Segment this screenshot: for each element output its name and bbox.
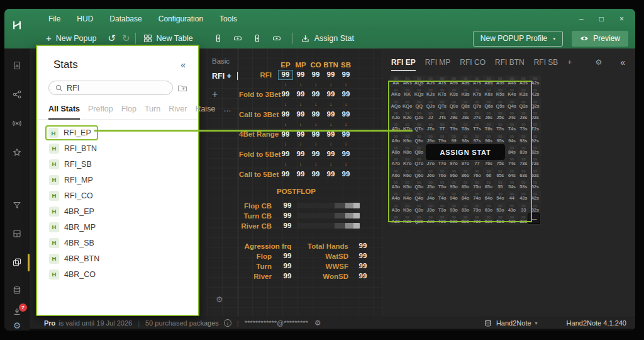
hand-cell-ato[interactable]: 99ATo	[390, 122, 401, 133]
hand-cell-q6o[interactable]: 99Q6o	[413, 167, 425, 179]
hand-cell-j9o[interactable]: 99J9o	[425, 133, 436, 145]
hand-cell-ako[interactable]: 99AKo	[390, 87, 401, 98]
stat-list-item-rfi-sb[interactable]: HRFI_SB	[47, 156, 97, 172]
hand-cell-a5o[interactable]: 99A5o	[390, 179, 401, 191]
hand-cell-j5s[interactable]: 99J5s	[494, 110, 506, 122]
hand-cell-ats[interactable]: 99ATs	[436, 76, 448, 87]
menu-item-file[interactable]: File	[48, 14, 60, 23]
hand-cell-q5s[interactable]: 99Q5s	[494, 99, 506, 110]
preview-tab-rfi-sb[interactable]: RFI SB	[534, 58, 558, 70]
hand-cell-63o[interactable]: 9963o	[483, 202, 494, 213]
stat-value-cell[interactable]: 99	[338, 149, 353, 159]
stat-value-cell[interactable]: 99	[278, 110, 293, 120]
hand-cell-93o[interactable]: 9993o	[448, 202, 459, 213]
stat-value-cell[interactable]: 99	[293, 110, 308, 120]
stat-value-cell[interactable]: 99	[323, 169, 338, 179]
horizontal-hud-plus-icon[interactable]	[233, 33, 243, 43]
hand-cell-52o[interactable]: 9952o	[494, 214, 506, 225]
popup-profile-dropdown[interactable]: New POPUP Profile ▾	[473, 31, 564, 47]
hand-cell-j3o[interactable]: 99J3o	[425, 202, 436, 213]
hand-cell-74s[interactable]: 9974s	[506, 156, 518, 167]
hand-cell-q3s[interactable]: 99Q3s	[518, 99, 529, 110]
hand-cell-ajo[interactable]: 99AJo	[390, 110, 401, 122]
hand-cell-t7s[interactable]: 99T7s	[471, 122, 482, 133]
hand-cell-k3s[interactable]: 99K3s	[518, 87, 529, 98]
hand-cell-jto[interactable]: 99JTo	[425, 122, 436, 133]
tab-basic[interactable]: Basic	[212, 57, 241, 65]
hand-cell-54o[interactable]: 9954o	[494, 191, 506, 202]
stat-value-cell[interactable]: 99	[293, 70, 308, 80]
hand-cell-j6s[interactable]: 99J6s	[483, 110, 494, 122]
hand-cell-q6s[interactable]: 99Q6s	[483, 99, 494, 110]
hand-cell-95o[interactable]: 9995o	[448, 179, 459, 191]
database-icon[interactable]	[4, 286, 30, 295]
menu-item-tools[interactable]: Tools	[219, 14, 237, 23]
hand-cell-a7s[interactable]: 99A7s	[471, 76, 482, 87]
hand-cell-kts[interactable]: 99KTs	[436, 87, 448, 98]
hand2note-logo-icon[interactable]	[11, 20, 23, 31]
hand-cell-55[interactable]: 9955	[494, 179, 506, 191]
hand-cell-a2s[interactable]: 99A2s	[530, 76, 541, 87]
stat-value-cell[interactable]: 99	[278, 89, 293, 99]
hand-cell-72s[interactable]: 9972s	[530, 156, 541, 167]
hand-cell-52s[interactable]: 9952s	[530, 179, 541, 191]
hand-cell-a8s[interactable]: 99A8s	[460, 76, 471, 87]
stat-value-cell[interactable]: 99	[293, 149, 308, 159]
stat-value-cell[interactable]: 99	[323, 110, 338, 120]
hand-cell-a5s[interactable]: 99A5s	[494, 76, 506, 87]
preview-tab-rfi-ep[interactable]: RFI EP	[391, 58, 416, 71]
account-settings-gear-icon[interactable]: ⚙	[314, 319, 321, 327]
stat-value-cell[interactable]: 99	[323, 70, 338, 80]
stats-filter-tab-item[interactable]: …	[223, 105, 231, 118]
undo-icon[interactable]: ↺	[108, 34, 116, 43]
hand-cell-43o[interactable]: 9943o	[506, 202, 518, 213]
hand-cell-98s[interactable]: 9998s	[460, 133, 471, 145]
hand-cell-74o[interactable]: 9974o	[471, 191, 482, 202]
stat-list-item-4br-btn[interactable]: H4BR_BTN	[47, 251, 105, 266]
hand-cell-t2o[interactable]: 99T2o	[436, 214, 448, 225]
hand-cell-65s[interactable]: 9965s	[494, 167, 506, 179]
stat-value-cell[interactable]: 99	[308, 70, 323, 80]
assign-stat-button[interactable]: Assign Stat	[301, 34, 354, 43]
hand-cell-qjo[interactable]: 99QJo	[413, 110, 425, 122]
stat-value-cell[interactable]: 99	[338, 169, 353, 179]
new-popup-button[interactable]: + New Popup	[46, 34, 96, 43]
hand-cell-j9s[interactable]: 99J9s	[448, 110, 459, 122]
hand-cell-86o[interactable]: 9986o	[460, 167, 471, 179]
hand-cell-q9o[interactable]: 99Q9o	[413, 133, 425, 145]
hand-cell-j5o[interactable]: 99J5o	[425, 179, 436, 191]
hand-cell-96s[interactable]: 9996s	[483, 133, 494, 145]
hand-cell-t5s[interactable]: 99T5s	[494, 122, 506, 133]
hand-cell-94o[interactable]: 9994o	[448, 191, 459, 202]
stat-value-cell[interactable]: 99	[308, 89, 323, 99]
hand-cell-j7s[interactable]: 99J7s	[471, 110, 482, 122]
maximize-button[interactable]: □	[599, 14, 604, 23]
new-table-button[interactable]: New Table	[143, 34, 193, 43]
hand-cell-84s[interactable]: 9984s	[506, 145, 518, 156]
redo-icon[interactable]: ↻	[122, 34, 130, 43]
hand-cell-t9s[interactable]: 99T9s	[448, 122, 459, 133]
minimize-button[interactable]: –	[579, 14, 584, 23]
hand-cell-92o[interactable]: 9992o	[448, 214, 459, 225]
hand-cell-83o[interactable]: 9983o	[460, 202, 471, 213]
hand-cell-65o[interactable]: 9965o	[483, 179, 494, 191]
hand-cell-64s[interactable]: 9964s	[506, 167, 518, 179]
hand-cell-q7o[interactable]: 99Q7o	[413, 156, 425, 167]
stats-filter-tab-raise[interactable]: Raise	[195, 105, 215, 118]
hand-cell-kjs[interactable]: 99KJs	[425, 87, 436, 98]
active-database-selector[interactable]: Hand2Note	[496, 319, 531, 327]
hand-cell-k5o[interactable]: 99K5o	[401, 179, 413, 191]
hand-cell-jj[interactable]: 99JJ	[425, 110, 436, 122]
hand-cell-a7o[interactable]: 99A7o	[390, 156, 401, 167]
hand-cell-k9s[interactable]: 99K9s	[448, 87, 459, 98]
hand-cell-94s[interactable]: 9994s	[506, 133, 518, 145]
hand-cell-q5o[interactable]: 99Q5o	[413, 179, 425, 191]
hand-cell-j6o[interactable]: 99J6o	[425, 167, 436, 179]
stat-value-cell[interactable]: 99	[338, 70, 353, 80]
stat-value-cell[interactable]: 99	[278, 70, 293, 80]
hand-cell-73o[interactable]: 9973o	[471, 202, 482, 213]
stat-value-cell[interactable]: 99	[323, 89, 338, 99]
collapse-panel-icon[interactable]: «	[620, 57, 625, 67]
stat-value-cell[interactable]: 99	[308, 169, 323, 179]
stat-value-cell[interactable]: 99	[323, 149, 338, 159]
